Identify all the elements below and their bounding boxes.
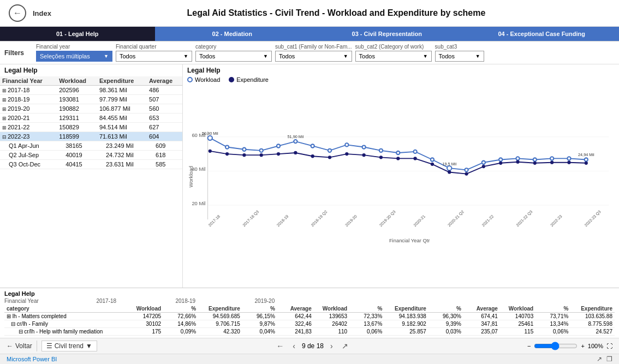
svg-point-15: [328, 149, 331, 152]
svg-point-23: [465, 168, 468, 171]
tab-civil-representation[interactable]: 03 - Civil Representation: [310, 27, 465, 41]
expand-icon[interactable]: ↗: [340, 342, 350, 350]
svg-point-36: [294, 151, 297, 154]
svg-point-30: [585, 158, 588, 161]
filter-financial-year-select[interactable]: Seleções múltiplas ▼: [36, 51, 112, 62]
tab-mediation[interactable]: 02 - Mediation: [155, 27, 310, 41]
data-cell: 73,71%: [535, 313, 570, 320]
table-row: ⊞ lh - Matters completed14720572,66%94.5…: [4, 313, 615, 320]
row-label: ⊟ cr/lh - Help with family mediation: [4, 328, 128, 336]
zoom-slider[interactable]: [534, 342, 578, 350]
svg-text:2022-23 Q3: 2022-23 Q3: [584, 210, 602, 228]
svg-text:20 Mil: 20 Mil: [192, 200, 205, 206]
zoom-plus[interactable]: +: [581, 343, 584, 349]
svg-text:2021-22: 2021-22: [481, 214, 495, 228]
svg-point-27: [533, 158, 537, 161]
svg-point-25: [499, 158, 502, 161]
legend-workload: Workload: [187, 76, 220, 83]
left-table: Financial Year Workload Expenditure Aver…: [0, 76, 182, 169]
bottom-col-category: category: [4, 305, 128, 313]
data-cell: 0,04%: [242, 328, 277, 336]
year-cell: Q1 Apr-Jun: [0, 141, 57, 151]
workload-cell: 38165: [57, 141, 97, 151]
voltar-button[interactable]: ← Voltar: [7, 342, 32, 350]
filter-subcat2: sub_cat2 (Category of work) Todos ▼: [355, 44, 432, 62]
average-cell: 618: [147, 151, 182, 160]
powerbi-link[interactable]: Microsoft Power BI: [7, 356, 57, 362]
workload-legend-label: Workload: [195, 76, 220, 83]
svg-text:2017-18 Q3: 2017-18 Q3: [241, 210, 260, 228]
svg-point-17: [362, 145, 366, 148]
data-cell: 175: [128, 328, 163, 336]
table-row: ⊞2020-21 129311 84.455 Mil 653: [0, 114, 182, 123]
tab-exceptional-case[interactable]: 04 - Exceptional Case Funding: [465, 27, 620, 41]
filters-row: Filters Financial year Seleções múltipla…: [0, 41, 619, 64]
tabs-row: 01 - Legal Help 02 - Mediation 03 - Civi…: [0, 27, 619, 41]
chevron-down-icon: ▼: [104, 53, 109, 59]
svg-point-20: [413, 150, 416, 153]
svg-point-16: [345, 143, 348, 146]
voltar-label: Voltar: [15, 342, 32, 350]
filter-category-select[interactable]: Todos ▼: [195, 51, 272, 62]
filter-category-label: category: [195, 44, 272, 50]
svg-text:2022-23: 2022-23: [549, 214, 563, 228]
footer-left: ← Voltar ☰ Civil trend ▼: [7, 341, 97, 351]
data-cell: 25461: [500, 320, 535, 328]
fullscreen-icon[interactable]: ⛶: [606, 343, 612, 349]
average-cell: 507: [147, 95, 182, 104]
index-label: Index: [33, 9, 51, 17]
expenditure-cell: 24.732 Mil: [97, 151, 147, 160]
svg-text:50,80 Mil: 50,80 Mil: [202, 131, 218, 136]
expenditure-legend-label: Expenditure: [236, 76, 269, 83]
filter-subcat1: sub_cat1 (Family or Non-Fam... Todos ▼: [275, 44, 352, 62]
footer: ← Voltar ☰ Civil trend ▼ ← ‹ 9 de 18 › ↗…: [0, 338, 619, 354]
bottom-col-expenditure2: Expenditure: [384, 305, 428, 313]
tab-legal-help[interactable]: 01 - Legal Help: [0, 27, 155, 41]
data-cell: 26402: [314, 320, 349, 328]
filter-subcat2-select[interactable]: Todos ▼: [355, 51, 432, 62]
bottom-col-expenditure3: Expenditure: [570, 305, 615, 313]
share-icon[interactable]: ↗: [597, 355, 602, 363]
year-cell: ⊞2017-18: [0, 86, 57, 95]
prev-btn2[interactable]: ‹: [290, 342, 297, 350]
svg-point-32: [225, 152, 229, 156]
average-cell: 653: [147, 114, 182, 123]
table-row: Q1 Apr-Jun 38165 23.249 Mil 609: [0, 141, 182, 151]
svg-point-41: [379, 156, 383, 159]
resize-icon[interactable]: ❐: [606, 355, 612, 363]
civil-trend-nav[interactable]: ☰ Civil trend ▼: [41, 341, 97, 351]
data-cell: 13,34%: [535, 320, 570, 328]
filter-financial-quarter-label: Financial quarter: [116, 44, 192, 50]
workload-cell: 193081: [57, 95, 97, 104]
data-cell: 30102: [128, 320, 163, 328]
bottom-header-year: Financial Year 2017-18 2018-19 2019-20: [4, 298, 275, 304]
year-cell: Q2 Jul-Sep: [0, 151, 57, 160]
zoom-minus[interactable]: −: [527, 343, 531, 349]
bottom-col-pct2: %: [242, 305, 277, 313]
svg-point-45: [448, 170, 451, 174]
back-button[interactable]: ←: [9, 4, 26, 22]
filter-subcat3: sub_cat3 Todos ▼: [435, 44, 484, 62]
filter-financial-quarter-select[interactable]: Todos ▼: [116, 51, 192, 62]
filter-subcat3-select[interactable]: Todos ▼: [435, 51, 484, 62]
data-cell: 0,03%: [428, 328, 463, 336]
svg-point-48: [499, 162, 502, 165]
chart-legend: Workload Expenditure: [187, 76, 615, 83]
content-area: Legal Help Financial Year Workload Expen…: [0, 64, 619, 288]
data-cell: 9,39%: [428, 320, 463, 328]
svg-point-39: [345, 152, 348, 156]
data-cell: 235,07: [463, 328, 500, 336]
next-btn[interactable]: ›: [328, 342, 335, 350]
prev-page-button[interactable]: ←: [274, 342, 286, 350]
chevron-down-icon: ▼: [343, 53, 348, 59]
data-cell: 94.183.938: [384, 313, 428, 320]
chart-area: 60 Mil 40 Mil 20 Mil Workload: [187, 85, 615, 285]
right-panel: Legal Help Workload Expenditure 60 Mil 4…: [183, 64, 619, 288]
svg-text:2018-19: 2018-19: [276, 214, 289, 228]
filter-subcat1-select[interactable]: Todos ▼: [275, 51, 352, 62]
data-cell: 674,41: [463, 313, 500, 320]
workload-cell: 150829: [57, 123, 97, 132]
zoom-level: 100%: [588, 343, 603, 349]
filter-subcat2-label: sub_cat2 (Category of work): [355, 44, 432, 50]
svg-point-18: [379, 149, 383, 152]
